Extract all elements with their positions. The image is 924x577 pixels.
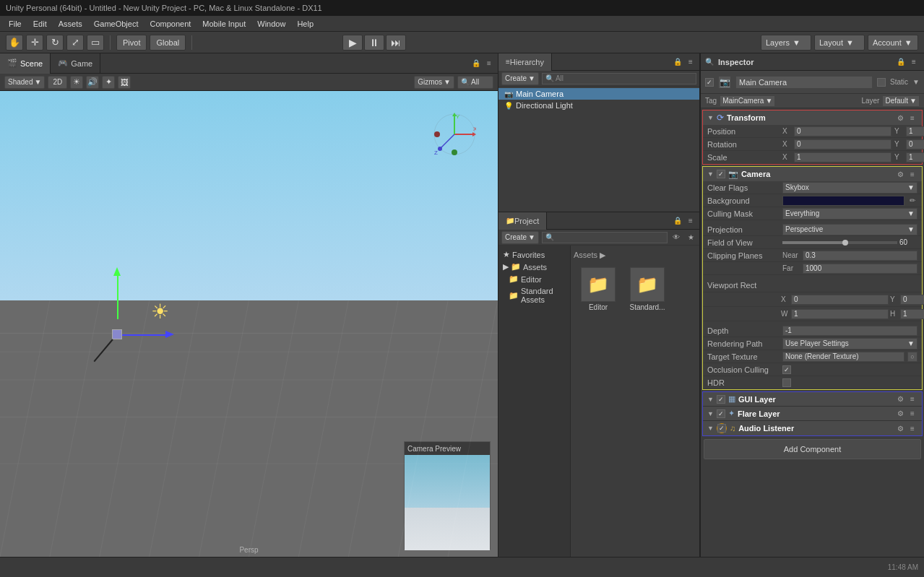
camera-settings-icon[interactable]: ⚙ <box>895 169 905 179</box>
hierarchy-main-camera[interactable]: 📷 Main Camera <box>498 88 699 100</box>
menu-gameobject[interactable]: GameObject <box>88 18 144 30</box>
project-create-btn[interactable]: Create ▼ <box>501 231 539 244</box>
project-editor[interactable]: 📁 Editor <box>498 273 570 285</box>
audio-listener-menu-icon[interactable]: ≡ <box>907 423 917 433</box>
project-options-icon[interactable]: ≡ <box>685 215 696 227</box>
project-lock-icon[interactable]: 🔒 <box>672 215 683 227</box>
hierarchy-directional-light[interactable]: 💡 Directional Light <box>498 100 699 111</box>
background-color-swatch[interactable] <box>782 196 904 206</box>
rendering-path-dropdown[interactable]: Use Player Settings ▼ <box>782 338 917 350</box>
hierarchy-search-box[interactable]: 🔍 All <box>542 73 696 84</box>
gizmos-dropdown[interactable]: Gizmos ▼ <box>414 76 454 89</box>
menu-assets[interactable]: Assets <box>53 18 88 30</box>
flare-layer-header[interactable]: ▼ ✦ Flare Layer ⚙ ≡ <box>703 407 922 421</box>
hdr-checkbox[interactable] <box>782 378 791 387</box>
audio-listener-settings-icon[interactable]: ⚙ <box>895 423 905 433</box>
near-input[interactable] <box>803 251 917 261</box>
scale-x-input[interactable] <box>794 152 891 162</box>
culling-mask-dropdown[interactable]: Everything ▼ <box>782 208 917 220</box>
clear-flags-dropdown[interactable]: Skybox ▼ <box>782 182 917 194</box>
audio-listener-header[interactable]: ▼ ♫ Audio Listener ⚙ ≡ <box>703 421 922 435</box>
transform-header[interactable]: ▼ ⟳ Transform ⚙ ≡ <box>703 110 922 125</box>
static-checkbox[interactable] <box>877 78 886 87</box>
2d-toggle[interactable]: 2D <box>48 76 67 89</box>
flare-layer-checkbox[interactable] <box>717 409 725 418</box>
scene-light-btn[interactable]: ☀ <box>70 76 83 89</box>
camera-header[interactable]: ▼ 📷 Camera ⚙ ≡ <box>703 167 922 181</box>
scene-image-btn[interactable]: 🖼 <box>118 76 131 89</box>
scene-fx-btn[interactable]: ✦ <box>102 76 115 89</box>
scale-tool-btn[interactable]: ⤢ <box>66 35 84 51</box>
scene-audio-btn[interactable]: 🔊 <box>86 76 99 89</box>
camera-menu-icon[interactable]: ≡ <box>907 169 917 179</box>
inspector-lock-icon[interactable]: 🔒 <box>895 56 907 68</box>
vr-x-input[interactable] <box>791 295 889 305</box>
layer-dropdown[interactable]: Default ▼ <box>882 95 920 107</box>
hierarchy-lock-icon[interactable]: 🔒 <box>672 56 683 68</box>
project-assets-root[interactable]: ▶ 📁 Assets <box>498 261 570 273</box>
transform-menu-icon[interactable]: ≡ <box>907 113 917 123</box>
project-tab[interactable]: 📁 Project <box>498 212 547 230</box>
all-dropdown[interactable]: 🔍 All <box>457 76 493 89</box>
depth-input[interactable] <box>782 326 917 336</box>
target-texture-pick-btn[interactable]: ○ <box>907 352 917 362</box>
project-standard-assets[interactable]: 📁 Standard Assets <box>498 285 570 305</box>
menu-window[interactable]: Window <box>251 18 291 30</box>
pause-btn[interactable]: ⏸ <box>364 35 384 51</box>
background-eyedropper-icon[interactable]: ✏ <box>907 196 917 206</box>
pivot-btn[interactable]: Pivot <box>116 35 147 51</box>
gui-layer-settings-icon[interactable]: ⚙ <box>895 394 905 404</box>
flare-layer-menu-icon[interactable]: ≡ <box>907 409 917 419</box>
menu-edit[interactable]: Edit <box>27 18 53 30</box>
project-search-box[interactable]: 🔍 <box>542 232 668 243</box>
gui-layer-checkbox[interactable] <box>717 395 725 404</box>
account-dropdown[interactable]: Account ▼ <box>868 35 918 51</box>
object-name-input[interactable] <box>735 76 873 89</box>
rect-tool-btn[interactable]: ▭ <box>87 35 104 51</box>
rotation-x-input[interactable] <box>794 139 891 149</box>
far-input[interactable] <box>803 264 917 274</box>
layers-dropdown[interactable]: Layers ▼ <box>761 35 811 51</box>
hierarchy-tab[interactable]: ≡ Hierarchy <box>498 53 552 71</box>
vr-y-input[interactable] <box>900 295 924 305</box>
camera-enable-checkbox[interactable] <box>717 170 725 178</box>
gui-layer-menu-icon[interactable]: ≡ <box>907 394 917 404</box>
menu-component[interactable]: Component <box>144 18 197 30</box>
tag-dropdown[interactable]: MainCamera ▼ <box>720 95 775 107</box>
inspector-options-icon[interactable]: ≡ <box>908 56 920 68</box>
menu-mobile-input[interactable]: Mobile Input <box>197 18 251 30</box>
hand-tool-btn[interactable]: ✋ <box>6 35 23 51</box>
gui-layer-header[interactable]: ▼ ▦ GUI Layer ⚙ ≡ <box>703 392 922 407</box>
3d-viewport[interactable]: ☀ X Y Z <box>0 91 498 557</box>
fov-slider-track[interactable] <box>782 241 897 244</box>
position-x-input[interactable] <box>794 126 891 136</box>
play-btn[interactable]: ▶ <box>342 35 363 51</box>
menu-file[interactable]: File <box>3 18 27 30</box>
project-eye-icon[interactable]: 👁 <box>670 232 682 243</box>
layout-dropdown[interactable]: Layout ▼ <box>814 35 865 51</box>
vr-h-input[interactable] <box>900 309 924 319</box>
asset-editor[interactable]: 📁 Editor <box>577 267 620 311</box>
occlusion-culling-checkbox[interactable] <box>782 365 791 374</box>
lock-icon[interactable]: 🔒 <box>470 58 482 69</box>
fov-slider-thumb[interactable] <box>842 240 848 246</box>
shading-mode-dropdown[interactable]: Shaded ▼ <box>4 76 45 89</box>
game-tab[interactable]: 🎮 Game <box>51 53 100 74</box>
panel-options-icon[interactable]: ≡ <box>483 58 495 69</box>
step-btn[interactable]: ⏭ <box>386 35 406 51</box>
menu-help[interactable]: Help <box>291 18 319 30</box>
scene-tab[interactable]: 🎬 Scene <box>0 53 51 74</box>
object-active-checkbox[interactable] <box>705 78 714 87</box>
hierarchy-create-btn[interactable]: Create ▼ <box>501 72 539 85</box>
audio-listener-checkbox[interactable] <box>717 424 726 433</box>
hierarchy-options-icon[interactable]: ≡ <box>685 56 696 68</box>
position-y-input[interactable] <box>906 126 924 136</box>
rotate-tool-btn[interactable]: ↻ <box>46 35 64 51</box>
move-tool-btn[interactable]: ✛ <box>26 35 43 51</box>
project-favorites[interactable]: ★ Favorites <box>498 248 570 261</box>
project-star-icon[interactable]: ★ <box>685 232 696 243</box>
projection-dropdown[interactable]: Perspective ▼ <box>782 224 917 235</box>
global-btn[interactable]: Global <box>150 35 186 51</box>
vr-w-input[interactable] <box>791 309 889 319</box>
flare-layer-settings-icon[interactable]: ⚙ <box>895 409 905 419</box>
